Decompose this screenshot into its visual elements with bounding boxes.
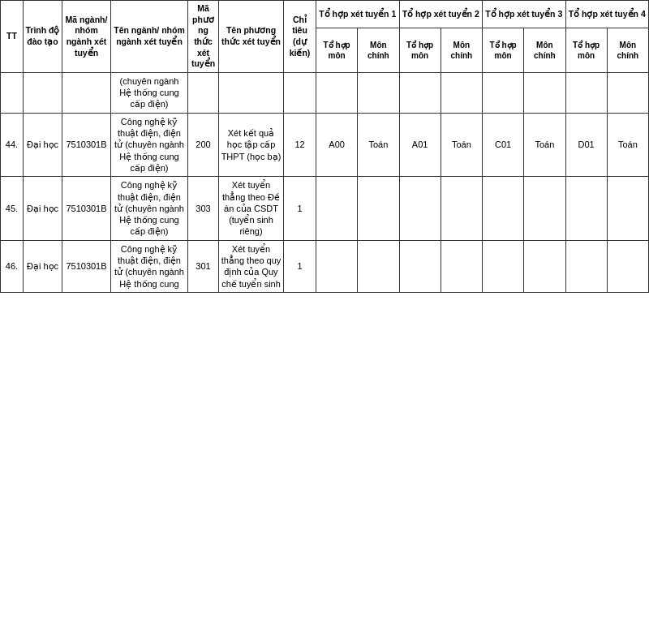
header-ten-phuong: Tên phương thức xét tuyển	[219, 1, 284, 73]
cell-ma_phuong: 200	[188, 113, 219, 176]
cell-tohop3	[483, 240, 524, 292]
header-tohop2: Tổ hợp môn	[399, 28, 441, 73]
cell-ten_nganh: Công nghệ kỹ thuật điện, điện tử (chuyên…	[111, 113, 188, 176]
cell-ma_nganh: 7510301B	[62, 240, 111, 292]
cell-tt: 44.	[1, 113, 24, 176]
cell-ten_nganh: (chuyên ngành Hệ thống cung cấp điện)	[111, 72, 188, 113]
header-mon4: Môn chính	[607, 28, 648, 73]
header-tohop1: Tổ hợp môn	[316, 28, 358, 73]
cell-ten_phuong: Xét tuyển thẳng theo Đề án của CSDT (tuy…	[219, 177, 284, 240]
cell-mon2	[441, 72, 482, 113]
cell-mon4	[607, 177, 648, 240]
cell-trinh_do: Đại học	[24, 177, 62, 240]
cell-ten_nganh: Công nghệ kỹ thuật điện, điện tử (chuyên…	[111, 240, 188, 292]
cell-ten_phuong	[219, 72, 284, 113]
header-chi-tieu: Chỉ tiêu (dự kiến)	[284, 1, 316, 73]
cell-ma_phuong: 303	[188, 177, 219, 240]
cell-ma_phuong: 301	[188, 240, 219, 292]
header-group3: Tổ hợp xét tuyển 3	[483, 1, 566, 28]
cell-tohop1	[316, 177, 358, 240]
cell-tt	[1, 72, 24, 113]
cell-tt: 46.	[1, 240, 24, 292]
main-table: TT Trình độ đào tạo Mã ngành/ nhóm ngành…	[0, 0, 649, 293]
header-group4: Tổ hợp xét tuyển 4	[565, 1, 649, 28]
cell-mon1	[358, 72, 399, 113]
table-row: 44.Đại học7510301BCông nghệ kỹ thuật điệ…	[1, 113, 649, 176]
header-ma-nganh: Mã ngành/ nhóm ngành xét tuyển	[62, 1, 111, 73]
table-row: 46.Đại học7510301BCông nghệ kỹ thuật điệ…	[1, 240, 649, 292]
cell-chi_tieu	[284, 72, 316, 113]
header-trinh-do: Trình độ đào tạo	[24, 1, 62, 73]
cell-tohop1	[316, 240, 358, 292]
cell-mon2: Toán	[441, 113, 482, 176]
cell-tohop3	[483, 72, 524, 113]
header-mon1: Môn chính	[358, 28, 399, 73]
cell-trinh_do: Đại học	[24, 240, 62, 292]
cell-chi_tieu: 12	[284, 113, 316, 176]
cell-tohop1	[316, 72, 358, 113]
cell-tohop4	[565, 240, 607, 292]
table-row: (chuyên ngành Hệ thống cung cấp điện)	[1, 72, 649, 113]
cell-chi_tieu: 1	[284, 240, 316, 292]
header-ten-nganh: Tên ngành/ nhóm ngành xét tuyển	[111, 1, 188, 73]
table-row: 45.Đại học7510301BCông nghệ kỹ thuật điệ…	[1, 177, 649, 240]
cell-ma_nganh: 7510301B	[62, 177, 111, 240]
cell-tohop4	[565, 72, 607, 113]
cell-mon1	[358, 177, 399, 240]
cell-tohop3	[483, 177, 524, 240]
cell-mon4: Toán	[607, 113, 648, 176]
cell-mon1: Toán	[358, 113, 399, 176]
header-tohop3: Tổ hợp môn	[483, 28, 524, 73]
cell-tohop3: C01	[483, 113, 524, 176]
cell-tohop2	[399, 177, 441, 240]
cell-ten_nganh: Công nghệ kỹ thuật điện, điện tử (chuyên…	[111, 177, 188, 240]
cell-mon2	[441, 177, 482, 240]
cell-mon3	[524, 177, 565, 240]
cell-tohop2	[399, 72, 441, 113]
header-ma-phuong: Mã phương thức xét tuyển	[188, 1, 219, 73]
header-mon3: Môn chính	[524, 28, 565, 73]
header-mon2: Môn chính	[441, 28, 482, 73]
cell-mon3	[524, 240, 565, 292]
cell-ma_nganh: 7510301B	[62, 113, 111, 176]
cell-chi_tieu: 1	[284, 177, 316, 240]
cell-tohop2	[399, 240, 441, 292]
cell-tohop2: A01	[399, 113, 441, 176]
header-tt: TT	[1, 1, 24, 73]
cell-mon2	[441, 240, 482, 292]
cell-mon3	[524, 72, 565, 113]
header-group1: Tổ hợp xét tuyển 1	[316, 1, 400, 28]
cell-mon4	[607, 72, 648, 113]
cell-ma_phuong	[188, 72, 219, 113]
cell-mon4	[607, 240, 648, 292]
cell-tohop1: A00	[316, 113, 358, 176]
cell-trinh_do	[24, 72, 62, 113]
cell-tohop4	[565, 177, 607, 240]
cell-mon1	[358, 240, 399, 292]
header-group2: Tổ hợp xét tuyển 2	[399, 1, 483, 28]
cell-ten_phuong: Xét kết quả học tập cấp THPT (học bạ)	[219, 113, 284, 176]
cell-tohop4: D01	[565, 113, 607, 176]
cell-ten_phuong: Xét tuyển thẳng theo quy định của Quy ch…	[219, 240, 284, 292]
cell-trinh_do: Đại học	[24, 113, 62, 176]
cell-mon3: Toán	[524, 113, 565, 176]
cell-ma_nganh	[62, 72, 111, 113]
cell-tt: 45.	[1, 177, 24, 240]
header-tohop4: Tổ hợp môn	[565, 28, 607, 73]
